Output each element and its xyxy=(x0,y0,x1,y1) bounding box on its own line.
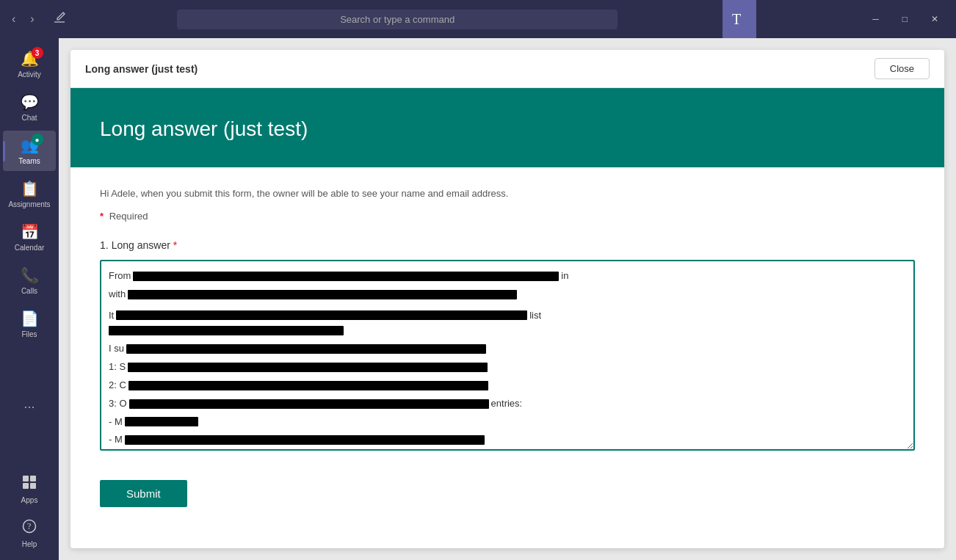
sidebar-label-teams: Teams xyxy=(18,157,40,165)
chat-icon: 💬 xyxy=(21,93,39,111)
sidebar-item-files[interactable]: 📄 Files xyxy=(3,304,56,344)
svg-rect-3 xyxy=(23,483,29,489)
window-controls: ─ □ ✕ xyxy=(861,10,950,29)
activity-icon: 🔔 3 xyxy=(21,50,39,68)
sidebar-item-activity[interactable]: 🔔 3 Activity xyxy=(3,44,56,84)
calendar-icon: 📅 xyxy=(21,223,39,241)
sidebar: 🔔 3 Activity 💬 Chat 👥 ● Teams 📋 Assignme… xyxy=(0,38,59,560)
sidebar-item-calendar[interactable]: 📅 Calendar xyxy=(3,217,56,258)
svg-rect-2 xyxy=(30,476,36,481)
form-body: Hi Adele, when you submit this form, the… xyxy=(70,167,944,548)
sidebar-label-activity: Activity xyxy=(18,70,41,79)
close-dialog-button[interactable]: Close xyxy=(874,58,930,79)
sidebar-label-apps: Apps xyxy=(21,496,38,504)
content-area: Long answer (just test) Close Long answe… xyxy=(59,38,956,560)
sidebar-label-calendar: Calendar xyxy=(15,244,45,252)
calls-icon: 📞 xyxy=(21,266,39,284)
submit-area: Submit xyxy=(100,471,915,507)
sidebar-item-apps[interactable]: Apps xyxy=(3,469,56,510)
sidebar-item-teams[interactable]: 👥 ● Teams xyxy=(3,131,56,171)
long-answer-textarea[interactable] xyxy=(100,260,915,451)
svg-rect-1 xyxy=(23,476,29,481)
sidebar-label-assignments: Assignments xyxy=(8,200,50,208)
nav-buttons: ‹ › xyxy=(6,10,40,29)
svg-rect-4 xyxy=(30,483,36,489)
form-header-title: Long answer (just test) xyxy=(100,117,915,141)
sidebar-label-help: Help xyxy=(22,540,37,548)
submit-button[interactable]: Submit xyxy=(100,480,187,507)
assignments-icon: 📋 xyxy=(21,180,39,197)
title-bar: ‹ › T ─ □ ✕ xyxy=(0,0,956,38)
question-1-label-2: 1. Long answer * xyxy=(100,239,915,251)
sidebar-item-help[interactable]: ? Help xyxy=(3,513,56,554)
minimize-button[interactable]: ─ xyxy=(861,10,891,29)
sidebar-label-files: Files xyxy=(21,330,37,338)
back-button[interactable]: ‹ xyxy=(6,10,21,29)
main-layout: 🔔 3 Activity 💬 Chat 👥 ● Teams 📋 Assignme… xyxy=(0,38,956,560)
help-icon: ? xyxy=(22,519,37,537)
teams-logo-area: T xyxy=(723,0,756,38)
sidebar-item-assignments[interactable]: 📋 Assignments xyxy=(3,174,56,214)
files-icon: 📄 xyxy=(21,310,39,327)
form-header-banner: Long answer (just test) xyxy=(70,88,944,167)
q1-number: 1. xyxy=(100,239,109,251)
required-star: * xyxy=(100,211,104,222)
teams-badge: ● xyxy=(32,134,43,145)
sidebar-item-chat[interactable]: 💬 Chat xyxy=(3,87,56,128)
activity-badge: 3 xyxy=(32,47,43,59)
sidebar-bottom: Apps ? Help xyxy=(3,469,56,554)
forward-button[interactable]: › xyxy=(24,10,40,29)
q1-star: * xyxy=(173,239,177,251)
question-1-container: 1. Long answer * From in xyxy=(100,239,915,454)
sidebar-label-calls: Calls xyxy=(21,287,37,295)
q1-text: Long answer xyxy=(112,239,170,251)
dialog-title: Long answer (just test) xyxy=(85,63,198,75)
search-input[interactable] xyxy=(177,10,618,29)
svg-text:?: ? xyxy=(27,521,31,531)
textarea-area: From in with It xyxy=(100,260,915,454)
apps-icon xyxy=(22,475,37,493)
form-info-text: Hi Adele, when you submit this form, the… xyxy=(100,188,915,199)
required-note: * Required xyxy=(100,211,915,222)
sidebar-item-calls[interactable]: 📞 Calls xyxy=(3,261,56,301)
teams-icon: 👥 ● xyxy=(21,137,39,154)
required-label: Required xyxy=(109,211,148,222)
maximize-button[interactable]: □ xyxy=(891,10,919,29)
dialog-container: Long answer (just test) Close Long answe… xyxy=(70,50,944,548)
window-close-button[interactable]: ✕ xyxy=(919,10,950,29)
dialog-header: Long answer (just test) Close xyxy=(70,50,944,88)
compose-button[interactable] xyxy=(46,9,73,29)
form-scroll-area[interactable]: Long answer (just test) Hi Adele, when y… xyxy=(70,88,944,548)
more-options-icon[interactable]: ··· xyxy=(18,393,40,421)
sidebar-label-chat: Chat xyxy=(21,114,37,122)
svg-text:T: T xyxy=(732,11,741,27)
